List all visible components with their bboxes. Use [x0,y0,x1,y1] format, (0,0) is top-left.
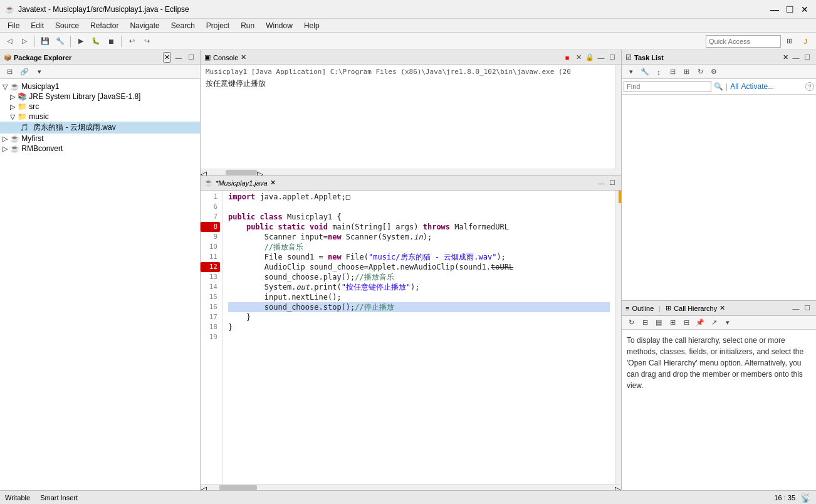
console-maximize[interactable]: ☐ [607,53,617,63]
editor-vscrollbar[interactable] [615,191,621,484]
editor-minimize[interactable]: — [596,178,606,188]
outline-hierarchy[interactable]: ▤ [652,316,666,330]
panel-minimize[interactable]: — [174,53,184,63]
editor-toolbar: — ☐ [596,178,617,188]
editor-hscroll-right[interactable]: ▷ [615,485,621,491]
tree-item-jre[interactable]: ▷ 📚 JRE System Library [JavaSE-1.8] [0,92,200,102]
toolbar-btn-run[interactable]: ▶ [74,34,88,48]
tree-item-myfirst[interactable]: ▷ ☕ Myfirst [0,134,200,144]
outline-refresh[interactable]: ↻ [624,316,638,330]
toolbar-btn-save[interactable]: 💾 [38,34,52,48]
console-toolbar: ■ ✕ 🔒 — ☐ [562,53,617,63]
myfirst-project-icon: ☕ [10,134,19,143]
hscroll-right[interactable]: ▷ [257,169,263,176]
hscroll-left[interactable]: ◁ [201,169,207,176]
line-numbers: 1 6 7 8 9 10 11 12 13 14 15 16 1 [201,191,223,484]
toolbar-open-perspective[interactable]: ⊞ [781,34,797,48]
console-scroll-lock[interactable]: 🔒 [585,53,595,63]
status-position: 16 : 35 [774,494,795,501]
editor-hscroll-thumb[interactable] [219,485,257,490]
task-sort[interactable]: ↕ [652,65,666,79]
task-maximize[interactable]: ☐ [802,53,812,63]
task-collapse[interactable]: ⊞ [679,65,693,79]
tree-item-musicplay1[interactable]: ▽ ☕ Musicplay1 [0,81,200,92]
pkg-view-menu[interactable]: ▾ [33,65,46,79]
console-tab-close: ✕ [241,53,246,61]
code-line-18: } [228,322,610,332]
all-filter[interactable]: All [730,82,738,91]
line-1: 1 [201,192,220,202]
toolbar: ◁ ▷ 💾 🔧 ▶ 🐛 ⏹ ↩ ↪ ⊞ J [0,33,816,50]
code-area[interactable]: import java.applet.Applet;□ public class… [223,191,615,484]
menu-item-run[interactable]: Run [236,20,259,31]
tree-item-music[interactable]: ▽ 📁 music [0,112,200,122]
menu-item-help[interactable]: Help [299,20,325,31]
maximize-button[interactable]: ☐ [783,4,796,15]
line-11: 11 [201,252,220,262]
outline-maximize[interactable]: ☐ [802,303,812,313]
toolbar-btn-6[interactable]: ↪ [140,34,154,48]
center-right: ▣ Console ✕ ■ ✕ 🔒 — ☐ Musicplay1 [Java A… [201,50,816,490]
outline-toolbar: ↻ ⊟ ▤ ⊞ ⊟ 📌 ↗ ▾ [622,316,816,330]
menu-item-source[interactable]: Source [50,20,84,31]
outline-minimize[interactable]: — [791,303,801,313]
panel-maximize[interactable]: ☐ [186,53,196,63]
toolbar-btn-4[interactable]: ⏹ [104,34,118,48]
outline-copy[interactable]: ⊟ [638,316,652,330]
toolbar-btn-1[interactable]: ◁ [3,34,16,48]
outline-menu[interactable]: ▾ [721,316,735,330]
editor-maximize[interactable]: ☐ [607,178,617,188]
task-minimize[interactable]: — [791,53,801,63]
tree-item-src[interactable]: ▷ 📁 src [0,102,200,112]
task-group[interactable]: ⊟ [666,65,679,79]
toolbar-btn-debug[interactable]: 🐛 [89,34,103,48]
collapse-all[interactable]: ⊟ [3,65,16,79]
toolbar-btn-2[interactable]: ▷ [18,34,31,48]
package-explorer-close[interactable]: ✕ [163,52,171,63]
console-scrollbar[interactable] [615,65,621,169]
line-13: 13 [201,272,220,282]
console-minimize[interactable]: — [596,53,606,63]
menu-item-navigate[interactable]: Navigate [125,20,164,31]
toolbar-btn-5[interactable]: ↩ [125,34,139,48]
outline-title: Outline [632,305,654,312]
outline-content: To display the call hierarchy, select on… [622,330,816,490]
console-output: 按任意键停止播放 [206,78,616,89]
toolbar-btn-3[interactable]: 🔧 [53,34,67,48]
console-hscrollbar[interactable]: ◁ ▷ [201,169,621,175]
editor-hscroll-left[interactable]: ◁ [201,485,207,491]
menu-item-search[interactable]: Search [166,20,200,31]
task-refresh[interactable]: ↻ [693,65,707,79]
activate-filter[interactable]: Activate... [741,82,774,91]
tree-item-wav[interactable]: 🎵 房东的猫 - 云烟成雨.wav [0,122,200,134]
hscroll-thumb[interactable] [226,170,257,175]
project-icon: ☕ [10,82,19,91]
task-new[interactable]: ▾ [624,65,638,79]
outline-expand[interactable]: ⊞ [666,316,679,330]
quick-access-input[interactable] [706,35,781,48]
find-input[interactable] [624,81,711,92]
menu-item-file[interactable]: File [3,20,24,31]
link-editor[interactable]: 🔗 [18,65,31,79]
minimize-button[interactable]: — [768,4,781,15]
tree-label-wav: 房东的猫 - 云烟成雨.wav [33,122,115,133]
menu-item-window[interactable]: Window [261,20,298,31]
help-icon[interactable]: ? [805,82,814,91]
menu-item-edit[interactable]: Edit [26,20,49,31]
console-clear[interactable]: ✕ [573,53,583,63]
console-stop[interactable]: ■ [562,53,572,63]
task-filter[interactable]: 🔧 [638,65,652,79]
outline-pin[interactable]: 📌 [693,316,707,330]
outline-collapse[interactable]: ⊟ [679,316,693,330]
line-10: 10 [201,242,220,252]
task-settings[interactable]: ⚙ [707,65,721,79]
code-line-12: AudioClip sound_choose=Applet.newAudioCl… [228,262,610,272]
editor-hscrollbar[interactable]: ◁ ▷ [201,484,621,490]
menu-item-refactor[interactable]: Refactor [85,20,123,31]
toolbar-java-icon[interactable]: J [797,34,813,48]
tree-item-rmbconvert[interactable]: ▷ ☕ RMBconvert [0,144,200,154]
menu-item-project[interactable]: Project [201,20,234,31]
console-path: Musicplay1 [Java Application] C:\Program… [206,68,616,76]
outline-export[interactable]: ↗ [707,316,721,330]
close-button[interactable]: ✕ [798,4,811,15]
